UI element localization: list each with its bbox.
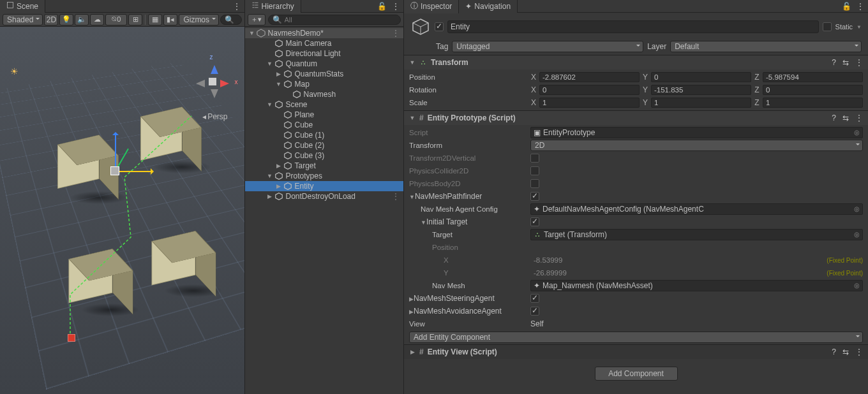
- fold-icon[interactable]: ▼: [249, 30, 255, 36]
- mode-2d-button[interactable]: 2D: [44, 14, 58, 26]
- fold-icon[interactable]: ▶: [276, 71, 282, 77]
- scene-kebab[interactable]: ⋮: [392, 29, 400, 38]
- hierarchy-tab[interactable]: Hierarchy: [245, 0, 301, 13]
- avoidance-toggle[interactable]: [530, 307, 539, 316]
- help-icon[interactable]: ?: [832, 58, 836, 67]
- gameobject-icon: [274, 39, 283, 48]
- transform-mode-dropdown[interactable]: 2D: [530, 140, 863, 151]
- preset-icon[interactable]: ⇆: [842, 113, 849, 122]
- scene-kebab-icon[interactable]: ⋮: [233, 2, 241, 11]
- scene-viewport[interactable]: ☀ x z ◂Persp: [0, 27, 244, 394]
- light-toggle[interactable]: 💡: [59, 14, 73, 26]
- position-y-input[interactable]: [651, 72, 751, 82]
- transform-title: Transform: [431, 58, 468, 67]
- inspector-lock-icon[interactable]: 🔓: [842, 2, 851, 11]
- target-field[interactable]: ⛬Target (Transform)◎: [530, 229, 863, 240]
- gameobject-name-input[interactable]: [447, 20, 819, 33]
- rotation-z-input[interactable]: [763, 85, 863, 95]
- rotation-x-input[interactable]: [539, 85, 640, 95]
- initial-target-toggle[interactable]: [530, 217, 539, 226]
- gameobject-active-toggle[interactable]: [435, 22, 444, 31]
- fold-icon[interactable]: ▼: [267, 101, 273, 108]
- position-x-input[interactable]: [539, 72, 640, 82]
- fx-toggle[interactable]: ☁: [90, 14, 104, 26]
- transform-header[interactable]: ▼ ⛬ Transform ? ⇆ ⋮: [404, 55, 868, 69]
- add-component-button[interactable]: Add Component: [595, 367, 678, 381]
- agent-config-field[interactable]: ✦DefaultNavMeshAgentConfig (NavMeshAgent…: [530, 203, 863, 215]
- fold-icon[interactable]: ▶: [267, 193, 273, 200]
- preset-icon[interactable]: ⇆: [842, 58, 849, 67]
- hierarchy-item[interactable]: ▼Quantum: [245, 59, 403, 69]
- kebab-icon[interactable]: ⋮: [855, 347, 863, 356]
- gameobject-icon: [283, 182, 292, 191]
- navigation-tab[interactable]: ✦ Navigation: [459, 0, 518, 13]
- inspector-kebab-icon[interactable]: ⋮: [857, 2, 864, 11]
- hierarchy-item[interactable]: ▼Prototypes: [245, 171, 403, 181]
- tool-misc[interactable]: ▦: [148, 14, 162, 26]
- fold-icon[interactable]: ▶: [409, 349, 415, 355]
- hierarchy-lock-icon[interactable]: 🔓: [377, 2, 387, 11]
- tag-dropdown[interactable]: Untagged: [452, 41, 643, 52]
- hierarchy-item[interactable]: Directional Light: [245, 48, 403, 59]
- hierarchy-item[interactable]: ▶Entity: [245, 181, 403, 191]
- scene-tab[interactable]: Scene: [0, 0, 45, 13]
- hierarchy-search[interactable]: 🔍: [268, 15, 401, 25]
- hierarchy-item-label: Map: [295, 80, 310, 89]
- persp-label[interactable]: ◂Persp: [202, 112, 227, 121]
- hierarchy-search-input[interactable]: [285, 16, 396, 24]
- audio-toggle[interactable]: 🔈: [75, 14, 89, 26]
- layer-dropdown[interactable]: Default: [670, 41, 862, 52]
- hierarchy-item[interactable]: ▶QuantumStats: [245, 69, 403, 79]
- scale-y-input[interactable]: [651, 98, 751, 108]
- create-dropdown[interactable]: ＋▾: [248, 14, 266, 26]
- fold-icon[interactable]: ▼: [409, 59, 415, 66]
- fold-icon[interactable]: ▼: [267, 61, 273, 67]
- shading-dropdown[interactable]: Shaded: [3, 14, 43, 26]
- svg-marker-1: [257, 29, 264, 37]
- pathfinder-toggle[interactable]: [530, 192, 539, 201]
- fold-icon[interactable]: ▼: [276, 81, 282, 87]
- add-entity-component-dropdown[interactable]: Add Entity Component: [409, 332, 863, 343]
- kebab-icon[interactable]: ⋮: [855, 113, 863, 122]
- hierarchy-item[interactable]: Cube (2): [245, 140, 403, 150]
- hierarchy-item[interactable]: Cube (1): [245, 130, 403, 140]
- prop-label: Rotation: [409, 86, 527, 94]
- hierarchy-item[interactable]: ▶DontDestroyOnLoad⋮: [245, 191, 403, 201]
- hierarchy-item[interactable]: Navmesh: [245, 89, 403, 99]
- position-z-input[interactable]: [763, 72, 863, 82]
- entity-proto-header[interactable]: ▼ # Entity Prototype (Script) ? ⇆ ⋮: [404, 111, 868, 125]
- scale-x-input[interactable]: [539, 98, 640, 108]
- inspector-tab[interactable]: ⓘ Inspector: [404, 0, 459, 13]
- camera-button[interactable]: ▮◂: [163, 14, 177, 26]
- hierarchy-item[interactable]: ▶Target: [245, 161, 403, 171]
- navmesh-field[interactable]: ✦Map_Navmesh (NavMeshAsset)◎: [530, 280, 863, 291]
- kebab-icon[interactable]: ⋮: [855, 58, 863, 67]
- static-toggle[interactable]: [823, 22, 832, 31]
- hierarchy-kebab-icon[interactable]: ⋮: [392, 2, 400, 11]
- orientation-gizmo[interactable]: x z: [193, 62, 232, 101]
- static-dropdown-icon[interactable]: ▼: [857, 24, 862, 30]
- preset-icon[interactable]: ⇆: [842, 347, 849, 356]
- fold-icon[interactable]: ▼: [409, 115, 415, 121]
- scene-root[interactable]: ▼ NavmeshDemo* ⋮: [245, 28, 403, 38]
- entity-view-header[interactable]: ▶ # Entity View (Script) ? ⇆ ⋮: [404, 345, 868, 359]
- gameobject-icon: [292, 90, 301, 99]
- hierarchy-item[interactable]: Main Camera: [245, 38, 403, 48]
- hierarchy-item[interactable]: ▼Scene: [245, 99, 403, 110]
- steering-toggle[interactable]: [530, 294, 539, 303]
- kebab-icon[interactable]: ⋮: [392, 192, 400, 201]
- hierarchy-item[interactable]: Cube: [245, 120, 403, 130]
- fold-icon[interactable]: ▶: [276, 163, 282, 169]
- help-icon[interactable]: ?: [832, 347, 836, 356]
- hierarchy-item[interactable]: ▼Map: [245, 79, 403, 89]
- hierarchy-item[interactable]: Cube (3): [245, 150, 403, 161]
- fold-icon[interactable]: ▶: [276, 183, 282, 189]
- help-icon[interactable]: ?: [832, 113, 836, 122]
- hidden-toggle[interactable]: ⦰0: [105, 14, 127, 26]
- gizmos-dropdown[interactable]: Gizmos: [179, 14, 219, 26]
- hierarchy-item[interactable]: Plane: [245, 110, 403, 120]
- scale-z-input[interactable]: [763, 98, 863, 108]
- grid-toggle[interactable]: ⊞: [128, 14, 142, 26]
- fold-icon[interactable]: ▼: [267, 173, 273, 179]
- rotation-y-input[interactable]: [651, 85, 751, 95]
